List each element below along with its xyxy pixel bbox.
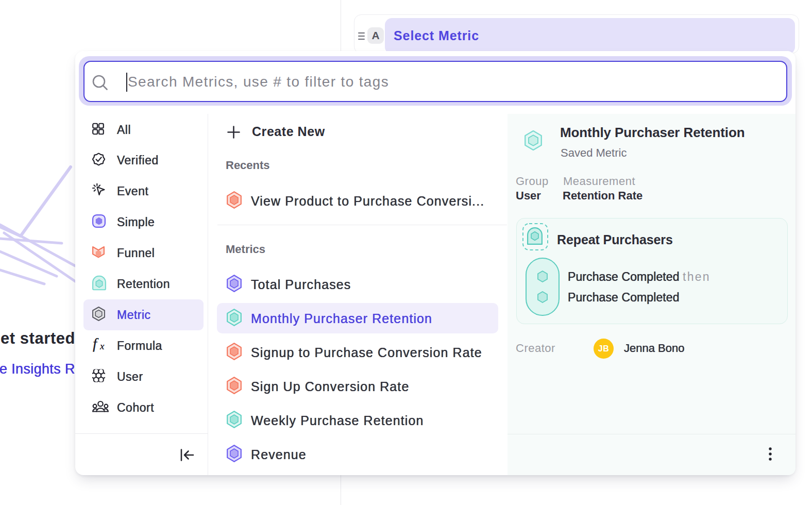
svg-text:x: x [99, 341, 105, 351]
svg-text:f: f [93, 338, 99, 352]
